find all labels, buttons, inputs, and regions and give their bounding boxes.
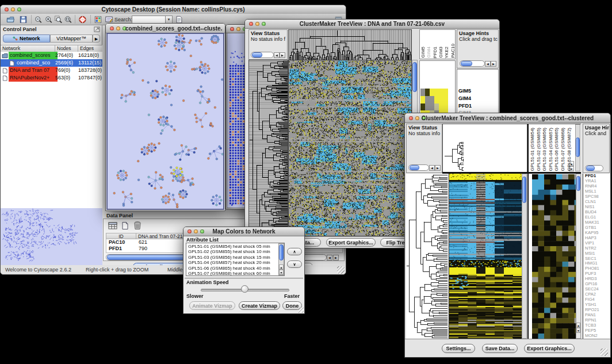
window-resize-grip[interactable]	[600, 348, 608, 356]
tv2-gene-label[interactable]: YRA1	[583, 179, 610, 184]
tv1-zoom-cell[interactable]	[434, 96, 439, 104]
tv2-gene-label[interactable]: CLN1	[583, 200, 610, 205]
treeview2-titlebar[interactable]: ClusterMaker TreeView : combined_scores_…	[405, 113, 610, 123]
save-session-icon[interactable]	[19, 16, 28, 24]
attribute-list-item[interactable]: GPL51-07 (GSM868) heat shock 60 min	[186, 271, 277, 276]
tv2-gene-label[interactable]: RPO21	[583, 308, 610, 313]
tv2-gene-label[interactable]: MSI1	[583, 251, 610, 256]
treeview1-titlebar[interactable]: ClusterMaker TreeView : DNA and Tran 07-…	[245, 20, 499, 29]
scroll-left-icon[interactable]: ◀	[327, 255, 332, 260]
tv2-gene-label[interactable]: MAK31	[583, 220, 610, 225]
tv2-gene-label[interactable]: PHO81	[583, 266, 610, 271]
tv2-gene-label[interactable]: PUF3	[583, 271, 610, 277]
scroll-up-icon[interactable]: ▲	[576, 323, 580, 328]
network-overview-panel[interactable]	[1, 208, 102, 265]
dialog-resize-grip[interactable]	[299, 308, 304, 313]
vizmapper-icon[interactable]	[94, 16, 102, 24]
tab-overflow-arrow-icon[interactable]: ▶	[93, 35, 100, 43]
tv1-status-hscrollbar[interactable]: ◀ ▶	[251, 52, 285, 58]
network-tree-row[interactable]: RNAPuberNov2+563(0)107847(0)	[1, 74, 102, 82]
tv2-zoom-vscrollbar[interactable]: ▲ ▼	[576, 174, 581, 339]
tv2-gene-label[interactable]: HAP3	[583, 236, 610, 241]
tv2-gene-label[interactable]: TCB3	[583, 323, 610, 328]
network-tree-row[interactable]: DNA and Tran 07769(0)183728(0)	[1, 67, 102, 74]
tv2-gene-label[interactable]: VIP1	[583, 241, 610, 246]
tv1-zoom-cell[interactable]	[430, 104, 434, 111]
tv1-zoom-cell[interactable]	[420, 104, 425, 111]
tv2-gene-label[interactable]: NTR2	[583, 246, 610, 251]
attribute-browser-icon[interactable]	[175, 16, 183, 24]
scroll-down-icon[interactable]: ▼	[279, 270, 284, 275]
tv2-gene-list[interactable]: PFD1YRA1RNR4MSL1SPC98CLN1NIS1BUD4ELG1MAK…	[583, 174, 610, 339]
tv1-zoom-cell[interactable]	[439, 104, 443, 111]
scroll-right-icon[interactable]: ▶	[435, 165, 441, 171]
tv1-zoom-cell[interactable]	[434, 89, 439, 96]
tv2-gene-label[interactable]: MSL1	[583, 189, 610, 194]
network-tree-row[interactable]: combined_sco2569(6)13112(15)	[1, 59, 102, 67]
move-down-button[interactable]: ∨	[287, 260, 302, 268]
slider-thumb[interactable]	[241, 285, 248, 293]
tv2-hints-hscrollbar[interactable]	[585, 165, 608, 171]
tv2-gene-label[interactable]: RNR4	[583, 184, 610, 189]
scroll-left-icon[interactable]: ◀	[485, 61, 491, 67]
close-icon[interactable]	[110, 26, 114, 30]
attribute-table-icon[interactable]	[108, 221, 117, 230]
tv2-gene-label[interactable]: HRD3	[583, 277, 610, 282]
tv2-gene-label[interactable]: HMG1	[583, 261, 610, 266]
tv2-zoom-view-area[interactable]: ▲ ▼	[527, 174, 581, 339]
zoom-fit-icon[interactable]	[64, 16, 72, 24]
attribute-list-item[interactable]: GPL51-06 (GSM865) heat shock 40 min	[186, 266, 277, 271]
tv2-gene-label[interactable]: SEC1	[583, 256, 610, 262]
tab-vizmapper[interactable]: VizMapper™	[50, 35, 93, 43]
tv2-global-heatmap[interactable]	[449, 174, 522, 339]
tv2-gene-label[interactable]: GTB1	[583, 225, 610, 231]
tv2-gene-label[interactable]: BUD4	[583, 210, 610, 215]
tv2-gene-label[interactable]: PFD1	[583, 174, 610, 179]
tv2-gene-label[interactable]: PAN1	[583, 313, 610, 318]
tv2-labels-vscrollbar[interactable]	[575, 124, 580, 171]
new-attribute-icon[interactable]	[121, 221, 129, 230]
tv2-row-dendrogram[interactable]	[406, 174, 447, 339]
tv2-gene-label[interactable]: SEC24	[583, 287, 610, 292]
attribute-listbox[interactable]: GPL51-01 (GSM854) heat shock 05 minGPL51…	[186, 243, 285, 276]
tv2-gene-label[interactable]: ELG1	[583, 215, 610, 220]
tv2-column-dendrogram-area[interactable]	[442, 124, 527, 173]
network1-titlebar[interactable]: combined_scores_good.txt--cluste...	[106, 24, 225, 33]
scroll-left-icon[interactable]: ◀	[429, 165, 435, 171]
attribute-list-vscrollbar[interactable]: ▲ ▼	[278, 243, 284, 275]
tv1-hints-hscrollbar[interactable]: ◀ ▶	[460, 60, 496, 67]
animation-slider[interactable]	[201, 285, 288, 294]
tv1-zoom-cell[interactable]	[420, 96, 425, 104]
tv2-gene-label[interactable]: KAP95	[583, 231, 610, 236]
zoom-selected-icon[interactable]	[54, 16, 63, 24]
tv2-export-graphics-button[interactable]: Export Graphics...	[524, 344, 575, 353]
tv2-settings-button[interactable]: Settings...	[442, 344, 475, 353]
dialog-titlebar[interactable]: Map Colors to Network	[183, 227, 304, 236]
attribute-list-item[interactable]: GPL51-03 (GSM856) heat shock 15 min	[186, 255, 277, 260]
tv1-zoom-cell[interactable]	[430, 89, 434, 96]
panel-float-icon[interactable]	[94, 26, 100, 32]
zoom-in-icon[interactable]	[44, 16, 53, 24]
network1-canvas-area[interactable]	[106, 33, 224, 210]
tv1-zoom-row-label[interactable]: PFD1	[458, 103, 472, 109]
attribute-list-item[interactable]: GPL51-01 (GSM854) heat shock 05 min	[186, 244, 277, 249]
minimize-icon[interactable]	[116, 26, 120, 30]
attribute-list-item[interactable]: GPL51-02 (GSM855) heat shock 10 min	[186, 249, 277, 254]
tv1-export-graphics-button[interactable]: Export Graphics...	[326, 238, 376, 247]
tv1-zoom-cell[interactable]	[430, 96, 434, 104]
tv2-gene-label[interactable]: CPA2	[583, 292, 610, 297]
scroll-right-icon[interactable]: ▶	[333, 255, 339, 260]
tv1-zoom-cell[interactable]	[425, 96, 430, 104]
search-dropdown-arrow-icon[interactable]: ▼	[165, 16, 173, 24]
delete-attribute-trash-icon[interactable]	[133, 221, 141, 230]
tv2-gene-label[interactable]: SPC98	[583, 194, 610, 200]
tv1-zoom-cell[interactable]	[420, 89, 425, 96]
tv2-gene-label[interactable]: NIS1	[583, 205, 610, 210]
tv1-zoom-cell[interactable]	[439, 96, 443, 104]
tv2-gene-label[interactable]: YSH1	[583, 302, 610, 308]
attribute-list-item[interactable]: GPL51-04 (GSM857) heat shock 20 min	[186, 260, 277, 265]
zoom-out-icon[interactable]	[34, 16, 43, 24]
tv1-zoom-cell[interactable]	[443, 104, 448, 111]
tv1-zoom-cell[interactable]	[439, 89, 443, 96]
tv1-zoom-cell[interactable]	[425, 89, 430, 96]
